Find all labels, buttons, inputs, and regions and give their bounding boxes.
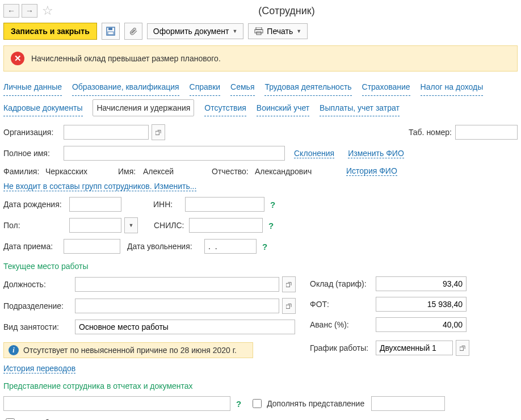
printer-icon (254, 27, 263, 35)
representation-input[interactable] (3, 396, 230, 411)
schedule-open-button[interactable] (456, 340, 469, 356)
heading-representation: Представление сотрудника в отчетах и док… (3, 381, 518, 390)
attach-button[interactable] (124, 23, 142, 40)
hiredate-input[interactable] (64, 239, 120, 254)
svg-rect-2 (108, 32, 114, 35)
tab-hr-docs[interactable]: Кадровые документы (3, 100, 83, 117)
label-patronymic: Отчество: (212, 167, 251, 176)
label-salary: Оклад (тариф): (310, 279, 372, 288)
tab-personal[interactable]: Личные данные (3, 79, 62, 96)
chevron-down-icon: ▼ (296, 28, 301, 34)
info-icon: i (9, 345, 19, 355)
label-position: Должность: (3, 280, 72, 289)
label-fot: ФОТ: (310, 300, 372, 309)
help-inn[interactable]: ? (270, 200, 275, 209)
tabs-row2: Кадровые документы Начисления и удержани… (3, 99, 518, 117)
label-hiredate: Дата приема: (3, 242, 60, 251)
supplement-repr-input[interactable] (371, 396, 445, 411)
tabs-row1: Личные данные Образование, квалификация … (3, 79, 518, 96)
open-icon (286, 303, 292, 309)
open-icon (460, 345, 465, 351)
label-schedule: График работы: (310, 343, 372, 352)
error-icon: ✕ (11, 52, 24, 65)
position-input[interactable] (75, 277, 279, 292)
tab-tax[interactable]: Налог на доходы (421, 79, 484, 96)
open-icon (156, 129, 161, 136)
label-org: Организация: (3, 128, 60, 137)
save-close-button[interactable]: Записать и закрыть (3, 23, 97, 40)
open-icon (286, 282, 292, 288)
svg-rect-7 (286, 283, 289, 287)
value-patronymic: Александрович (255, 167, 337, 176)
sex-dropdown-button[interactable]: ▼ (124, 217, 138, 233)
label-fullname: Полное имя: (3, 149, 60, 158)
nav-back-button[interactable]: ← (3, 4, 19, 18)
tab-family[interactable]: Семья (230, 79, 254, 96)
window-title: (Сотрудник) (56, 5, 518, 17)
history-fio-link[interactable]: История ФИО (346, 166, 397, 176)
label-inn: ИНН: (153, 200, 182, 209)
division-input[interactable] (75, 299, 279, 313)
label-sex: Пол: (3, 221, 66, 230)
help-snils[interactable]: ? (268, 221, 274, 230)
label-employment: Вид занятости: (3, 322, 72, 331)
favorite-star-icon[interactable]: ☆ (42, 3, 53, 18)
fot-input[interactable] (376, 297, 467, 312)
print-button[interactable]: Печать ▼ (248, 23, 308, 39)
value-lastname: Черкасских (45, 167, 115, 176)
warning-alert: ✕ Начисленный оклад превышает размер пла… (3, 45, 518, 72)
tab-employment[interactable]: Трудовая деятельность (264, 79, 351, 96)
not-show-checkbox[interactable]: Не отображать в списках. Все операции по… (3, 417, 267, 420)
label-firedate: Дата увольнения: (127, 242, 201, 251)
employment-input[interactable] (75, 320, 295, 334)
svg-rect-8 (286, 305, 289, 308)
tab-absence[interactable]: Отсутствия (204, 100, 246, 117)
salary-input[interactable] (376, 276, 467, 291)
svg-rect-6 (156, 131, 159, 135)
svg-rect-9 (460, 347, 463, 350)
label-lastname: Фамилия: (3, 167, 42, 176)
groups-link[interactable]: Не входит в составы групп сотрудников. И… (3, 182, 196, 191)
help-representation[interactable]: ? (236, 399, 241, 409)
label-tabnum: Таб. номер: (409, 128, 452, 137)
division-open-button[interactable] (282, 298, 296, 314)
nav-forward-button[interactable]: → (22, 4, 37, 18)
svg-rect-1 (108, 28, 112, 30)
svg-rect-4 (255, 30, 263, 33)
supplement-repr-check[interactable] (253, 399, 262, 408)
svg-rect-3 (256, 27, 262, 30)
tab-education[interactable]: Образование, квалификация (72, 79, 179, 96)
org-open-button[interactable] (152, 124, 165, 140)
chevron-down-icon: ▼ (232, 28, 237, 34)
tab-payments[interactable]: Выплаты, учет затрат (320, 100, 400, 117)
position-open-button[interactable] (282, 276, 296, 292)
save-button[interactable] (102, 23, 120, 40)
transfer-history-link[interactable]: История переводов (3, 364, 75, 373)
paperclip-icon (129, 27, 138, 36)
heading-current-workplace: Текущее место работы (3, 262, 518, 271)
help-firedate[interactable]: ? (262, 242, 267, 251)
org-input[interactable] (64, 125, 149, 140)
label-birthdate: Дата рождения: (3, 200, 66, 209)
tabnum-input[interactable] (455, 125, 518, 140)
sex-input[interactable] (69, 218, 121, 233)
chevron-down-icon: ▼ (129, 222, 134, 228)
advance-input[interactable] (376, 317, 467, 332)
form-document-button[interactable]: Оформить документ ▼ (147, 23, 244, 39)
schedule-input[interactable] (376, 341, 453, 355)
label-division: Подразделение: (3, 301, 72, 310)
alert-text: Начисленный оклад превышает размер плано… (31, 54, 221, 63)
birthdate-input[interactable] (69, 197, 121, 212)
inn-input[interactable] (185, 197, 264, 212)
firedate-input[interactable] (204, 239, 257, 254)
fullname-input[interactable] (64, 146, 285, 161)
absence-info: i Отсутствует по невыясненной причине по… (3, 342, 253, 358)
declensions-link[interactable]: Склонения (294, 149, 334, 158)
tab-certificates[interactable]: Справки (190, 79, 221, 96)
tab-military[interactable]: Воинский учет (257, 100, 309, 117)
tab-accruals[interactable]: Начисления и удержания (93, 99, 194, 117)
supplement-repr-checkbox[interactable]: Дополнять представление (250, 397, 364, 410)
snils-input[interactable] (189, 218, 263, 233)
change-fio-link[interactable]: Изменить ФИО (348, 149, 404, 158)
tab-insurance[interactable]: Страхование (362, 79, 410, 96)
